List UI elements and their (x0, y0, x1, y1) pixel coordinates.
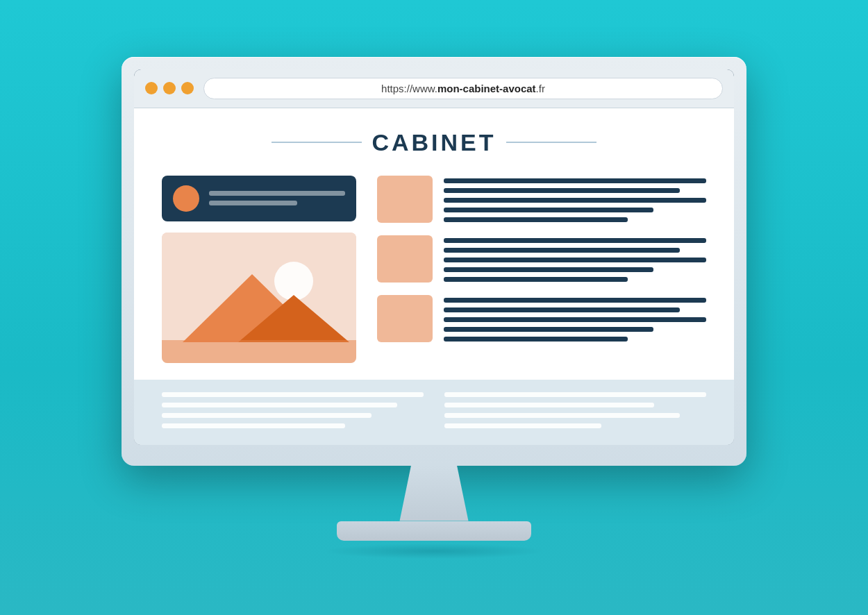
card-line-1-1 (444, 178, 706, 183)
image-placeholder (162, 233, 356, 363)
card-thumbnail-2 (377, 235, 433, 283)
card-row-1 (377, 176, 706, 223)
footer-line-2-2 (444, 403, 654, 407)
left-column (162, 176, 356, 363)
monitor-shadow (323, 544, 545, 559)
card-row-3 (377, 295, 706, 342)
card-line-2-4 (444, 267, 653, 272)
monitor-base (337, 521, 531, 541)
traffic-dot-yellow (163, 82, 176, 94)
address-bar[interactable]: https://www.mon-cabinet-avocat.fr (203, 78, 723, 99)
card-line-1-3 (444, 198, 706, 203)
traffic-dot-green (181, 82, 194, 94)
footer-col-2 (444, 392, 706, 428)
card-line-3-1 (444, 298, 706, 303)
footer-line-2-1 (444, 392, 706, 397)
footer-col-1 (162, 392, 424, 428)
card-thumbnail-3 (377, 295, 433, 342)
avatar (173, 185, 199, 212)
page-title-section: CABINET (162, 129, 706, 156)
title-line-left (272, 142, 362, 143)
profile-line-1 (209, 191, 345, 196)
content-area (162, 176, 706, 363)
url-prefix: https://www. (381, 83, 437, 94)
card-thumbnail-1 (377, 176, 433, 223)
profile-bar (162, 176, 356, 221)
traffic-dot-red (145, 82, 158, 94)
card-line-1-4 (444, 208, 653, 212)
landscape-illustration (162, 233, 356, 363)
card-line-2-1 (444, 238, 706, 243)
card-line-3-5 (444, 337, 628, 342)
monitor-stand-neck (396, 466, 472, 521)
svg-point-1 (274, 262, 313, 301)
browser-content: CABINET (134, 108, 734, 445)
right-column (377, 176, 706, 363)
monitor-wrapper: https://www.mon-cabinet-avocat.fr CABINE… (122, 57, 746, 559)
profile-line-2 (209, 201, 297, 205)
card-lines-1 (444, 176, 706, 222)
profile-lines (209, 191, 345, 205)
title-line-right (506, 142, 596, 143)
url-bold: mon-cabinet-avocat (437, 83, 536, 94)
card-line-2-3 (444, 258, 706, 262)
traffic-lights (145, 82, 194, 94)
footer-line-2-3 (444, 413, 680, 418)
card-row-2 (377, 235, 706, 283)
card-lines-2 (444, 235, 706, 282)
footer-section (134, 380, 734, 445)
card-line-3-4 (444, 327, 653, 332)
monitor-screen-frame: https://www.mon-cabinet-avocat.fr CABINE… (134, 69, 734, 445)
page-title: CABINET (372, 129, 496, 156)
card-line-3-2 (444, 308, 680, 312)
svg-rect-4 (162, 340, 356, 363)
footer-line-1-1 (162, 392, 424, 397)
card-line-1-2 (444, 188, 680, 193)
card-line-2-5 (444, 277, 628, 282)
card-line-1-5 (444, 217, 628, 222)
card-line-3-3 (444, 317, 706, 322)
footer-line-1-3 (162, 413, 372, 418)
footer-line-1-4 (162, 423, 345, 428)
card-lines-3 (444, 295, 706, 342)
footer-line-1-2 (162, 403, 397, 407)
browser-chrome: https://www.mon-cabinet-avocat.fr (134, 69, 734, 108)
card-line-2-2 (444, 248, 680, 253)
url-suffix: .fr (536, 83, 545, 94)
monitor-outer: https://www.mon-cabinet-avocat.fr CABINE… (122, 57, 746, 466)
footer-line-2-4 (444, 423, 601, 428)
